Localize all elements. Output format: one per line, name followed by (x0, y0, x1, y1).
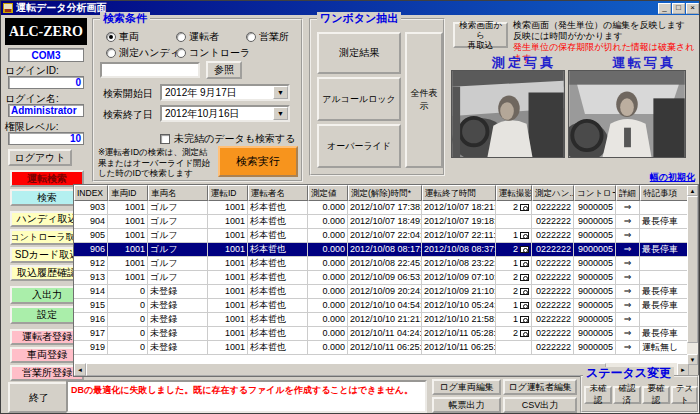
table-cell-driver_id: 1001 (208, 257, 248, 271)
execute-search-button[interactable]: 検索実行 (218, 146, 298, 177)
detail-arrow-cell[interactable]: ⇒ (616, 257, 640, 271)
close-button[interactable]: × (686, 3, 699, 14)
detail-arrow-cell[interactable]: ⇒ (616, 313, 640, 327)
column-header-measure_time[interactable]: 測定(解除)時間* (348, 185, 422, 201)
table-row[interactable]: 9190未登録1001杉本哲也0.0002012/10/11 06:25:172… (74, 341, 689, 355)
table-cell-note: 最長停車 (640, 285, 689, 299)
detail-arrow-cell[interactable]: ⇒ (616, 341, 640, 355)
table-cell-vehicle_name: ゴルフ (148, 271, 208, 285)
detail-arrow-cell[interactable]: ⇒ (616, 327, 640, 341)
log-driver-edit-button[interactable]: ログ運転者編集 (503, 379, 577, 395)
table-cell-index: 917 (74, 327, 108, 341)
minimize-button[interactable]: _ (658, 3, 671, 14)
table-cell-note (640, 229, 689, 243)
table-cell-driver_name: 杉本哲也 (248, 271, 308, 285)
width-reset-link[interactable]: 幅の初期化 (601, 171, 695, 184)
status-needs-check-button[interactable]: 要確認 (642, 386, 670, 404)
table-row[interactable]: 9160未登録1001杉本哲也0.0002012/10/10 21:21:232… (74, 313, 689, 327)
end-date-dropdown[interactable]: 2012年10月16日 ▼ (160, 105, 290, 122)
incomplete-data-checkbox[interactable]: 未完結のデータも検索する (160, 132, 295, 146)
detail-arrow-cell[interactable]: ⇒ (616, 299, 640, 313)
scroll-left-icon[interactable]: ◄ (74, 363, 86, 376)
one-button-title: ワンボタン抽出 (317, 12, 401, 25)
column-header-end_time[interactable]: 運転終了時間 (422, 185, 496, 201)
column-header-photo_count[interactable]: 運転撮影 (496, 185, 532, 201)
start-date-dropdown[interactable]: 2012年 9月17日 ▼ (160, 84, 290, 101)
table-cell-measure_time: 2012/10/11 04:24:42 (348, 327, 422, 341)
detail-arrow-cell[interactable]: ⇒ (616, 243, 640, 257)
driver-id-note: ※運転者IDの検索は、測定結果またはオーバーライド開始した時のIDで検索します (98, 147, 216, 179)
chevron-down-icon[interactable]: ▼ (273, 86, 288, 99)
status-unconfirmed-button[interactable]: 未確認 (584, 386, 612, 404)
column-header-vehicle_id[interactable]: 車両ID (108, 185, 148, 201)
table-cell-end_time: 2012/10/08 08:37:23 (422, 243, 496, 257)
radio-vehicle[interactable]: 車両 (106, 30, 139, 44)
detail-arrow-cell[interactable]: ⇒ (616, 271, 640, 285)
table-body: 9031001ゴルフ1001杉本哲也0.0002012/10/07 17:38:… (74, 201, 689, 364)
log-vehicle-edit-button[interactable]: ログ車両編集 (432, 379, 501, 395)
radio-office[interactable]: 営業所 (246, 30, 289, 44)
column-header-vehicle_name[interactable]: 車両名 (148, 185, 208, 201)
column-header-controller[interactable]: コントローラ... (574, 185, 616, 201)
camera-icon (520, 302, 529, 309)
status-confirmed-button[interactable]: 確認済 (613, 386, 641, 404)
exit-button[interactable]: 終了 (8, 382, 70, 413)
table-row[interactable]: 9031001ゴルフ1001杉本哲也0.0002012/10/07 17:38:… (74, 201, 689, 215)
show-all-button[interactable]: 全件表示 (405, 32, 443, 168)
column-header-note[interactable]: 特記事項 (640, 185, 689, 201)
radio-handy[interactable]: 測定ハンディ (106, 46, 180, 60)
table-row[interactable]: 9170未登録1001杉本哲也0.0002012/10/11 04:24:422… (74, 327, 689, 341)
table-row[interactable]: 9131001ゴルフ1001杉本哲也0.0002012/10/09 06:53:… (74, 271, 689, 285)
table-cell-measure_time: 2012/10/10 21:21:23 (348, 313, 422, 327)
table-cell-end_time: 2012/10/10 05:24:52 (422, 299, 496, 313)
table-cell-vehicle_id: 0 (108, 341, 148, 355)
maximize-button[interactable]: □ (672, 3, 685, 14)
start-date-value: 2012年 9月17日 (162, 86, 273, 100)
column-header-index[interactable]: INDEX (74, 185, 108, 201)
table-cell-vehicle_name: ゴルフ (148, 243, 208, 257)
table-row[interactable]: 9140未登録1001杉本哲也0.0002012/10/09 20:24:092… (74, 285, 689, 299)
table-cell-handy: 0222222 (532, 243, 574, 257)
column-header-driver_id[interactable]: 運転ID (208, 185, 248, 201)
horizontal-scroll-thumb[interactable] (86, 363, 606, 376)
refetch-line1: 検索画面から (455, 20, 506, 40)
scroll-up-icon[interactable]: ▲ (687, 185, 698, 196)
camera-icon (520, 274, 529, 281)
table-row[interactable]: 9121001ゴルフ1001杉本哲也0.0002012/10/08 22:45:… (74, 257, 689, 271)
radio-driver[interactable]: 運転者 (176, 30, 219, 44)
detail-arrow-cell[interactable]: ⇒ (616, 215, 640, 229)
refetch-from-search-button[interactable]: 検索画面から 再取込 (453, 22, 508, 48)
table-row[interactable]: 9041001ゴルフ1001杉本哲也0.0002012/10/07 18:49:… (74, 215, 689, 229)
table-row[interactable]: 9061001ゴルフ1001杉本哲也0.0002012/10/08 08:17:… (74, 243, 689, 257)
table-row[interactable]: 9051001ゴルフ1001杉本哲也0.0002012/10/07 22:04:… (74, 229, 689, 243)
column-header-detail[interactable]: 詳細 (616, 185, 640, 201)
table-cell-measure_time: 2012/10/07 18:49:01 (348, 215, 422, 229)
vertical-scrollbar[interactable]: ▲ ▼ (687, 185, 698, 365)
info-line2: 反映には時間がかかります (513, 31, 700, 42)
table-cell-controller: 9000005 (574, 299, 616, 313)
chevron-down-icon[interactable]: ▼ (273, 107, 288, 120)
report-output-button[interactable]: 帳票出力 (432, 397, 501, 413)
level-field: 10 (8, 132, 84, 145)
table-cell-vehicle_name: 未登録 (148, 299, 208, 313)
app-icon (3, 3, 13, 13)
status-test-button[interactable]: テスト (671, 386, 698, 404)
detail-arrow-cell[interactable]: ⇒ (616, 201, 640, 215)
detail-arrow-cell[interactable]: ⇒ (616, 285, 640, 299)
column-header-value[interactable]: 測定値 (308, 185, 348, 201)
table-row[interactable]: 9150未登録1001杉本哲也0.0002012/10/10 04:54:082… (74, 299, 689, 313)
vertical-scroll-thumb[interactable] (687, 196, 698, 343)
measurement-result-button[interactable]: 測定結果 (317, 32, 401, 74)
detail-arrow-cell[interactable]: ⇒ (616, 229, 640, 243)
logout-button[interactable]: ログアウト (8, 149, 72, 166)
radio-controller[interactable]: コントローラ (176, 46, 250, 60)
column-header-driver_name[interactable]: 運転者名 (248, 185, 308, 201)
browse-button[interactable]: 参照 (206, 61, 242, 79)
alcohol-lock-button[interactable]: アルコールロック (317, 77, 401, 121)
search-keyword-input[interactable] (100, 62, 200, 78)
table-header-row: INDEX車両ID車両名運転ID運転者名測定値測定(解除)時間*運転終了時間運転… (74, 185, 689, 201)
table-cell-vehicle_id: 1001 (108, 201, 148, 215)
csv-output-button[interactable]: CSV出力 (503, 397, 577, 413)
column-header-handy[interactable]: 測定ハン... (532, 185, 574, 201)
override-button[interactable]: オーバーライド (317, 124, 401, 168)
